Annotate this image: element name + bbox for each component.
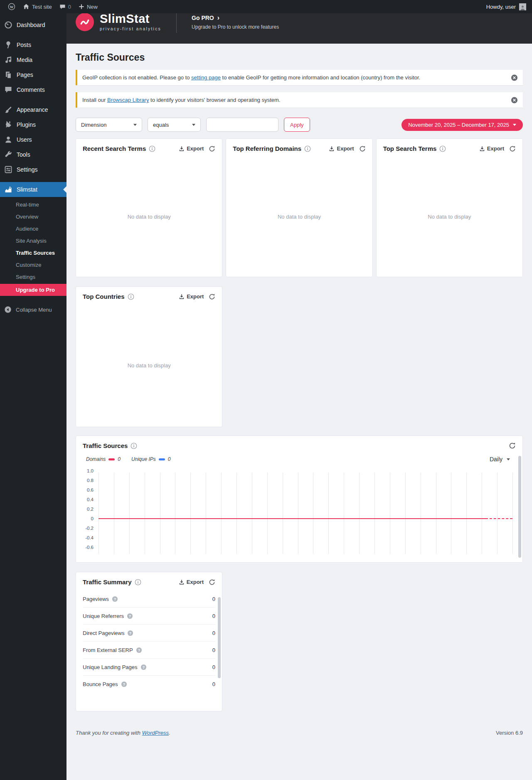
sidebar-item-plugins[interactable]: Plugins [0,117,66,132]
submenu-upgrade-to-pro[interactable]: Upgrade to Pro [0,284,66,296]
refresh-icon[interactable] [509,442,516,449]
svg-text:?: ? [129,614,131,618]
chevron-down-icon [133,124,137,126]
visit-site-link[interactable]: Test site [19,0,56,13]
sidebar-item-comments[interactable]: Comments [0,82,66,97]
interval-select[interactable]: Daily [490,456,516,463]
plus-icon [79,4,84,10]
help-tooltip-icon[interactable]: ? [121,681,127,687]
notice-text: to identify your visitors' browser and o… [149,97,280,103]
export-button[interactable]: Export [479,145,504,152]
browscap-library-link[interactable]: Browscap Library [107,97,149,103]
info-icon[interactable] [128,293,134,300]
info-icon[interactable] [149,145,155,152]
footer-thanks: Thank you for creating with WordPress. [76,730,170,736]
download-icon [179,146,185,152]
table-row: Pageviews? 0 [83,591,215,608]
gridline [390,472,390,554]
sidebar-item-slimstat[interactable]: Slimstat [0,182,66,197]
refresh-icon[interactable] [209,579,215,586]
refresh-icon[interactable] [209,145,215,152]
dismiss-notice-icon[interactable] [511,96,518,103]
export-button[interactable]: Export [179,293,204,300]
refresh-icon[interactable] [209,293,215,300]
go-pro-link[interactable]: Go PRO› [192,14,279,22]
operator-select[interactable]: equals [148,118,201,132]
table-row: Unique Referrers? 0 [83,608,215,625]
help-tooltip-icon[interactable]: ? [136,647,142,653]
slimstat-chart-icon [4,185,12,194]
submenu-audience[interactable]: Audience [0,223,66,235]
info-icon[interactable] [439,145,446,152]
gridline [374,472,375,554]
sidebar-item-media[interactable]: Media [0,52,66,67]
apply-button[interactable]: Apply [284,118,310,132]
sidebar-item-users[interactable]: Users [0,132,66,147]
top-search-terms-card: Top Search Terms Export No data to displ… [376,138,523,277]
help-tooltip-icon[interactable]: ? [127,613,133,619]
sidebar-item-pages[interactable]: Pages [0,67,66,82]
sidebar-item-dashboard[interactable]: Dashboard [0,17,66,32]
submenu-settings[interactable]: Settings [0,271,66,283]
no-data-message: No data to display [226,156,372,277]
notice-browscap: Install our Browscap Library to identify… [76,92,523,108]
card-title: Top Search Terms [383,145,437,152]
export-button[interactable]: Export [329,145,354,152]
chevron-down-icon [513,124,516,126]
card-title: Top Referring Domains [233,145,301,152]
chevron-right-icon: › [217,14,219,22]
submenu-customize[interactable]: Customize [0,259,66,271]
date-range-button[interactable]: November 20, 2025 – December 17, 2025 [401,119,523,131]
wordpress-link[interactable]: WordPress [142,730,169,736]
chart-scrollbar[interactable] [518,456,521,558]
refresh-icon[interactable] [359,145,366,152]
settings-icon [4,165,12,174]
help-tooltip-icon[interactable]: ? [140,664,147,670]
pages-icon [4,71,12,79]
submenu-real-time[interactable]: Real-time [0,199,66,211]
legend-value: 0 [168,456,171,462]
gridline [436,472,436,554]
dismiss-notice-icon[interactable] [511,74,518,81]
sidebar-item-posts[interactable]: Posts [0,37,66,52]
info-icon[interactable] [135,579,141,586]
gridline [145,472,145,554]
filter-value-input[interactable] [206,118,278,132]
table-row: Unique Landing Pages? 0 [83,659,215,676]
new-content-button[interactable]: New [75,0,101,13]
info-icon[interactable] [131,443,137,449]
collapse-menu-button[interactable]: Collapse Menu [0,303,66,317]
gridline [252,472,252,554]
summary-scrollbar[interactable] [218,597,221,678]
metric-value: 0 [212,681,215,687]
howdy-user[interactable]: Howdy, user [486,4,516,10]
sidebar-item-appearance[interactable]: Appearance [0,102,66,117]
submenu-overview[interactable]: Overview [0,211,66,223]
comments-count: 0 [68,4,71,10]
sidebar-item-label: Plugins [17,121,36,128]
export-button[interactable]: Export [179,145,204,152]
metric-value: 0 [212,613,215,619]
comments-icon [4,86,12,94]
comments-indicator[interactable]: 0 [56,0,75,13]
submenu-traffic-sources[interactable]: Traffic Sources [0,247,66,259]
help-tooltip-icon[interactable]: ? [127,630,133,636]
gridline [175,472,175,554]
refresh-icon[interactable] [509,145,516,152]
dimension-select[interactable]: Dimension [76,118,142,132]
legend-unique-ips[interactable]: Unique IPs 0 [131,456,170,462]
sidebar-item-settings[interactable]: Settings [0,162,66,177]
export-button[interactable]: Export [179,579,204,585]
chart-legend: Domains 0 Unique IPs 0 Daily [76,453,522,463]
info-icon[interactable] [304,145,311,152]
wordpress-logo-icon[interactable]: W [4,0,19,13]
download-icon [179,294,185,300]
legend-domains[interactable]: Domains 0 [86,456,121,462]
metric-label: From External SERP [83,647,133,653]
help-tooltip-icon[interactable]: ? [112,596,118,602]
setting-page-link[interactable]: setting page [191,74,221,81]
submenu-site-analysis[interactable]: Site Analysis [0,235,66,247]
user-icon [4,135,12,144]
sidebar-item-tools[interactable]: Tools [0,147,66,162]
user-avatar[interactable] [519,3,526,10]
